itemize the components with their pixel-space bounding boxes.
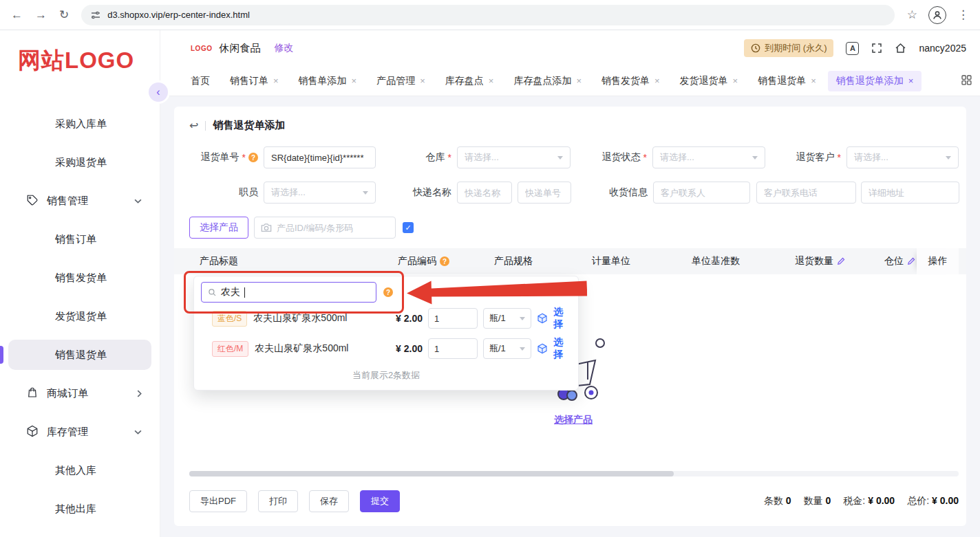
sidebar-item-sales-return-order[interactable]: 销售退货单 <box>8 340 151 370</box>
expiry-text: 到期时间 (永久) <box>765 42 827 54</box>
edit-icon[interactable] <box>907 257 915 265</box>
quantity-input[interactable] <box>428 338 478 359</box>
checkbox-checked-icon[interactable]: ✓ <box>403 222 414 233</box>
express-no-input[interactable] <box>518 182 571 204</box>
customer-phone-input[interactable] <box>756 182 856 204</box>
field-express: 快递名称 <box>376 182 571 204</box>
print-button[interactable]: 打印 <box>258 490 298 512</box>
close-icon[interactable]: × <box>352 76 357 85</box>
tab-sales-return-order[interactable]: 销售退货单× <box>749 71 824 91</box>
tab-sales-order[interactable]: 销售订单× <box>222 71 287 91</box>
empty-select-product-link[interactable]: 选择产品 <box>529 414 618 426</box>
export-pdf-button[interactable]: 导出PDF <box>189 490 247 512</box>
browser-actions: ☆ ⋮ <box>907 6 969 24</box>
staff-select[interactable]: 请选择... <box>264 182 376 204</box>
inventory-cube-icon <box>537 313 548 324</box>
sidebar-item-delivery-return-order[interactable]: 发货退货单 <box>0 297 160 336</box>
unit-select[interactable]: 瓶/1 <box>483 338 531 359</box>
horizontal-scrollbar[interactable] <box>189 471 959 476</box>
dropdown-footer-text: 当前展示2条数据 <box>201 369 571 382</box>
layout-grid-icon[interactable] <box>961 75 972 87</box>
home-icon[interactable] <box>895 43 906 54</box>
sidebar-item-other-outbound[interactable]: 其他出库 <box>0 490 160 528</box>
address-bar[interactable]: d3.shopxo.vip/erp-center-index.html <box>81 5 895 25</box>
close-icon[interactable]: × <box>733 76 738 85</box>
tab-sales-delivery-order[interactable]: 销售发货单× <box>593 71 668 91</box>
back-arrow-icon[interactable]: ↩ <box>189 119 198 132</box>
sidebar-item-mall-order[interactable]: 商城订单 <box>0 374 160 413</box>
sidebar-item-sales-order[interactable]: 销售订单 <box>0 220 160 259</box>
fullscreen-icon[interactable] <box>871 43 882 54</box>
sidebar: 网站LOGO ‹ 采购入库单 采购退货单 销售管理 销售订单 销售发货单 发货退… <box>0 30 160 537</box>
page-card: ↩ 销售退货单添加 退货单号*? 仓库* 请选择... 退货状态* <box>174 107 966 526</box>
close-icon[interactable]: × <box>420 76 425 85</box>
browser-menu-icon[interactable]: ⋮ <box>957 9 969 21</box>
translate-icon[interactable]: A <box>846 42 859 55</box>
help-icon[interactable]: ? <box>383 287 393 297</box>
product-option-row[interactable]: 蓝色/S 农夫山泉矿泉水500ml ¥ 2.00 瓶/1 选择 <box>201 304 571 333</box>
help-icon[interactable]: ? <box>248 153 258 162</box>
field-receiving: 收货信息 <box>571 182 959 204</box>
product-title: 农夫山泉矿泉水500ml <box>255 342 348 355</box>
tab-product-management[interactable]: 产品管理× <box>368 71 434 91</box>
select-link[interactable]: 选择 <box>553 336 571 361</box>
return-no-input[interactable] <box>264 146 376 168</box>
submit-button[interactable]: 提交 <box>360 490 400 512</box>
text-cursor <box>244 287 245 298</box>
select-product-button[interactable]: 选择产品 <box>189 217 248 239</box>
close-icon[interactable]: × <box>576 76 582 85</box>
tab-inventory-check-add[interactable]: 库存盘点添加× <box>505 71 590 91</box>
help-icon[interactable]: ? <box>440 256 449 266</box>
edit-icon[interactable] <box>837 257 845 265</box>
product-search-box[interactable] <box>254 217 396 239</box>
forward-icon[interactable]: → <box>35 9 47 21</box>
modify-link[interactable]: 修改 <box>274 42 293 54</box>
address-input[interactable] <box>861 182 959 204</box>
select-link[interactable]: 选择 <box>553 306 571 331</box>
tab-label: 库存盘点添加 <box>513 75 571 87</box>
site-settings-icon[interactable] <box>91 10 100 20</box>
profile-avatar-icon[interactable] <box>928 6 946 24</box>
product-option-row[interactable]: 红色/M 农夫山泉矿泉水500ml ¥ 2.00 瓶/1 选择 <box>201 334 571 363</box>
tab-sales-return-add[interactable]: 销售退货单添加× <box>828 71 922 91</box>
express-name-input[interactable] <box>457 182 512 204</box>
tab-delivery-return-order[interactable]: 发货退货单× <box>672 71 747 91</box>
username[interactable]: nancy2025 <box>919 43 966 54</box>
sidebar-item-label: 销售管理 <box>47 195 88 208</box>
sidebar-item-other-inbound[interactable]: 其他入库 <box>0 451 160 490</box>
sidebar-item-inventory-management[interactable]: 库存管理 <box>0 413 160 451</box>
back-icon[interactable]: ← <box>11 9 23 21</box>
sidebar-item-sales-delivery-order[interactable]: 销售发货单 <box>0 259 160 297</box>
field-return-no: 退货单号*? <box>189 146 376 168</box>
sidebar-collapse-button[interactable]: ‹ <box>149 83 168 102</box>
sidebar-item-sales-management[interactable]: 销售管理 <box>0 182 160 220</box>
scrollbar-thumb[interactable] <box>189 471 674 476</box>
customer-contact-input[interactable] <box>653 182 750 204</box>
sidebar-item-purchase-return-order[interactable]: 采购退货单 <box>0 143 160 182</box>
close-icon[interactable]: × <box>489 76 494 85</box>
return-status-select[interactable]: 请选择... <box>652 146 765 168</box>
refresh-icon[interactable]: ↻ <box>59 9 69 21</box>
tab-sales-order-add[interactable]: 销售单添加× <box>290 71 365 91</box>
unit-select[interactable]: 瓶/1 <box>483 308 531 329</box>
close-icon[interactable]: × <box>811 76 816 85</box>
form-row-2: 职员 请选择... 快递名称 收货信息 <box>174 182 966 204</box>
product-search-input[interactable] <box>277 223 389 233</box>
tab-home[interactable]: 首页 <box>182 71 218 91</box>
bookmark-star-icon[interactable]: ☆ <box>907 9 917 21</box>
warehouse-select[interactable]: 请选择... <box>457 146 571 168</box>
return-customer-select[interactable]: 请选择... <box>846 146 959 168</box>
close-icon[interactable]: × <box>908 76 914 85</box>
quantity-input[interactable] <box>428 308 478 329</box>
product-price: ¥ 2.00 <box>373 313 423 324</box>
close-icon[interactable]: × <box>654 76 660 85</box>
save-button[interactable]: 保存 <box>309 490 349 512</box>
chevron-down-icon <box>946 156 951 160</box>
page-title-row: ↩ 销售退货单添加 <box>174 107 966 132</box>
product-price: ¥ 2.00 <box>373 343 423 354</box>
tab-inventory-check[interactable]: 库存盘点× <box>437 71 502 91</box>
table-header: 产品标题 产品编码? 产品规格 计量单位 单位基准数 退货数量 仓位 操作 <box>174 248 966 274</box>
dropdown-search-input[interactable]: 农夫 <box>201 282 376 303</box>
sidebar-item-purchase-inbound-order[interactable]: 采购入库单 <box>0 105 160 143</box>
close-icon[interactable]: × <box>273 76 279 85</box>
